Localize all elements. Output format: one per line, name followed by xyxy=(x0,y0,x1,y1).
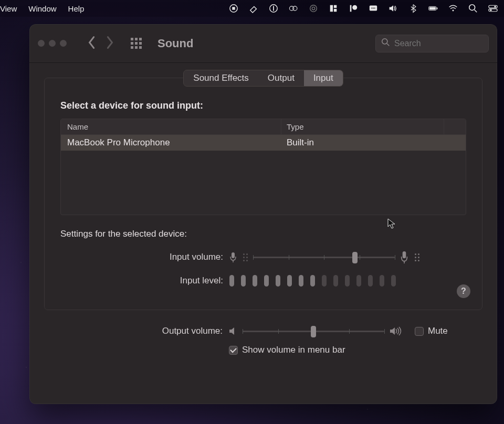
patreon-icon[interactable] xyxy=(349,4,358,13)
col-name[interactable]: Name xyxy=(61,119,281,134)
output-volume-slider[interactable] xyxy=(243,326,384,336)
level-pill xyxy=(299,275,303,287)
table-row[interactable]: MacBook Pro Microphone Built-in xyxy=(61,135,466,151)
speaker-high-icon xyxy=(390,326,402,336)
bluetooth-icon[interactable] xyxy=(408,4,418,13)
menu-help[interactable]: Help xyxy=(68,4,85,13)
show-in-menubar-control[interactable]: Show volume in menu bar xyxy=(229,345,345,355)
creative-cloud-icon[interactable] xyxy=(289,4,298,13)
panels-icon[interactable] xyxy=(329,4,338,13)
minimize-button[interactable] xyxy=(49,40,56,47)
wifi-icon[interactable] xyxy=(448,4,458,13)
level-pill xyxy=(380,275,384,287)
tab-output[interactable]: Output xyxy=(258,70,304,86)
settings-heading: Settings for the selected device: xyxy=(60,229,482,239)
svg-rect-19 xyxy=(437,7,438,9)
volume-icon[interactable] xyxy=(388,4,398,13)
svg-point-27 xyxy=(382,39,387,44)
mute-label: Mute xyxy=(428,326,448,336)
search-icon xyxy=(381,38,390,49)
control-center-icon[interactable] xyxy=(488,4,498,13)
svg-point-7 xyxy=(312,7,314,9)
tab-input[interactable]: Input xyxy=(304,70,343,86)
output-volume-label: Output volume: xyxy=(44,326,229,336)
forward-button[interactable] xyxy=(106,35,115,52)
svg-line-22 xyxy=(475,10,477,13)
menubar-left: View Window Help xyxy=(0,4,84,13)
input-volume-row: Input volume: xyxy=(45,251,482,263)
menu-view[interactable]: View xyxy=(0,4,17,13)
input-level-label: Input level: xyxy=(45,275,229,286)
nav-arrows xyxy=(87,35,115,52)
svg-rect-29 xyxy=(232,252,235,258)
spotlight-search-icon[interactable] xyxy=(468,4,478,13)
col-type[interactable]: Type xyxy=(281,119,444,134)
sound-panel: Sound Effects Output Input Select a devi… xyxy=(44,78,482,310)
eraser-icon[interactable] xyxy=(249,4,258,13)
svg-rect-1 xyxy=(232,7,235,9)
show-in-menubar-row: Show volume in menu bar xyxy=(44,345,482,355)
device-name: MacBook Pro Microphone xyxy=(61,137,281,148)
speaker-low-icon xyxy=(229,326,237,336)
level-pill xyxy=(322,275,327,287)
svg-line-28 xyxy=(387,44,389,46)
messages-icon[interactable] xyxy=(369,4,378,13)
level-pill xyxy=(264,275,269,287)
tabstrip: Sound Effects Output Input xyxy=(183,70,343,87)
mute-control[interactable]: Mute xyxy=(415,326,448,336)
input-level-row: Input level: xyxy=(45,275,482,287)
level-pill xyxy=(287,275,292,287)
level-pill xyxy=(253,275,257,287)
level-pill xyxy=(229,275,234,287)
battery-icon[interactable] xyxy=(428,4,438,13)
input-volume-label: Input volume: xyxy=(45,252,229,262)
input-volume-slider[interactable] xyxy=(253,252,395,262)
mute-checkbox[interactable] xyxy=(415,327,424,336)
svg-point-12 xyxy=(352,5,357,10)
show-in-menubar-checkbox[interactable] xyxy=(229,346,238,355)
level-pill xyxy=(310,275,315,287)
onepassword-icon[interactable] xyxy=(269,4,278,13)
svg-rect-9 xyxy=(334,5,337,8)
show-in-menubar-label: Show volume in menu bar xyxy=(242,345,345,355)
level-pill xyxy=(356,275,361,287)
target-icon[interactable] xyxy=(309,4,318,13)
menubar-status-icons xyxy=(229,4,498,13)
help-button[interactable]: ? xyxy=(457,284,470,298)
menubar: View Window Help xyxy=(0,0,504,17)
svg-point-5 xyxy=(293,6,297,10)
level-pill xyxy=(391,275,396,287)
svg-rect-3 xyxy=(273,6,274,11)
level-pill xyxy=(241,275,246,287)
output-volume-control: Mute xyxy=(229,326,448,336)
input-device-table: Name Type MacBook Pro Microphone Built-i… xyxy=(60,119,466,215)
output-volume-row: Output volume: Mute xyxy=(44,326,482,336)
tab-sound-effects[interactable]: Sound Effects xyxy=(184,70,258,86)
settings-form: Input volume: xyxy=(45,251,482,287)
level-pill xyxy=(276,275,280,287)
svg-point-15 xyxy=(373,8,374,9)
search-input[interactable] xyxy=(394,39,483,48)
svg-point-16 xyxy=(374,8,375,9)
footer: Output volume: Mute xyxy=(44,326,482,355)
mic-small-dots-icon xyxy=(243,253,248,261)
mic-large-icon xyxy=(400,251,408,263)
preferences-window: Sound Sound Effects Output Input Select … xyxy=(29,24,497,404)
close-button[interactable] xyxy=(38,40,45,47)
svg-point-6 xyxy=(310,5,317,12)
zoom-button[interactable] xyxy=(60,40,67,47)
input-level-meter xyxy=(229,275,396,287)
svg-point-20 xyxy=(453,10,454,12)
menu-window[interactable]: Window xyxy=(28,4,56,13)
device-type: Built-in xyxy=(281,137,466,148)
back-button[interactable] xyxy=(87,35,96,52)
table-header: Name Type xyxy=(61,119,466,135)
svg-rect-11 xyxy=(350,5,352,12)
level-pill xyxy=(345,275,350,287)
level-pill xyxy=(368,275,373,287)
mic-large-dots-icon xyxy=(415,253,419,261)
search-box[interactable] xyxy=(375,35,489,52)
show-all-button[interactable] xyxy=(131,38,142,49)
record-stop-icon[interactable] xyxy=(229,4,238,13)
svg-point-26 xyxy=(490,9,492,11)
